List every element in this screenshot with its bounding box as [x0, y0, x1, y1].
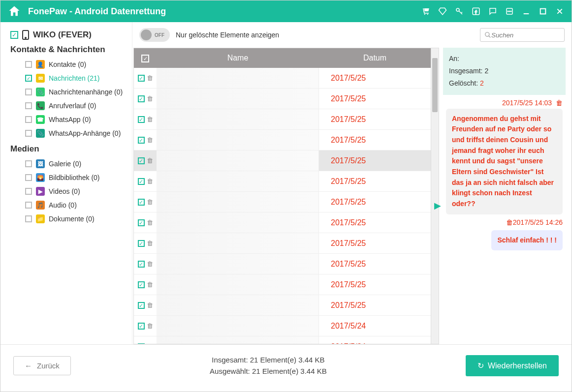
folder-icon: 📁 — [36, 214, 45, 223]
message-2-bubble[interactable]: Schlaf einfach ! ! ! — [491, 230, 563, 251]
section-contacts-messages: Kontakte & Nachrichten — [10, 45, 126, 55]
sidebar-item-documents[interactable]: 📁Dokumente (0) — [10, 212, 126, 226]
svg-point-0 — [424, 14, 425, 15]
collapse-handle-icon[interactable]: ▶ — [434, 200, 441, 211]
diamond-icon[interactable] — [438, 6, 447, 16]
row-checkbox[interactable]: ✓ — [138, 343, 145, 344]
scrollbar-thumb[interactable] — [432, 58, 438, 112]
table-row[interactable]: ✓🗑2017/5/24 — [134, 316, 431, 336]
table-row[interactable]: ✓🗑2017/5/25 — [134, 109, 431, 130]
sidebar-item-whatsapp[interactable]: ☎WhatsApp (0) — [10, 113, 126, 126]
table-row[interactable]: ✓🗑2017/5/25 — [134, 89, 431, 109]
toggle-knob — [141, 30, 152, 40]
row-checkbox[interactable]: ✓ — [138, 157, 145, 164]
device-row[interactable]: ✓ WIKO (FEVER) — [10, 30, 126, 40]
section-media: Medien — [10, 144, 126, 154]
row-checkbox[interactable]: ✓ — [138, 95, 145, 102]
search-input[interactable] — [491, 31, 572, 39]
table-row[interactable]: ✓🗑2017/5/25 — [134, 130, 431, 151]
restore-label: Wiederherstellen — [488, 362, 547, 370]
table-row[interactable]: ✓🗑2017/5/25 — [134, 295, 431, 316]
col-name[interactable]: Name — [157, 54, 319, 62]
sidebar-item-whatsapp-attachments[interactable]: 📎WhatsApp-Anhänge (0) — [10, 126, 126, 140]
facebook-icon[interactable] — [471, 6, 481, 16]
select-all-checkbox[interactable]: ✓ — [141, 55, 149, 62]
grid-body[interactable]: ✓🗑2017/5/25✓🗑2017/5/25✓🗑2017/5/25✓🗑2017/… — [134, 68, 431, 344]
row-name-cell — [157, 151, 319, 171]
svg-point-5 — [508, 11, 508, 12]
table-row[interactable]: ✓🗑2017/5/25 — [134, 171, 431, 192]
row-checkbox[interactable]: ✓ — [138, 116, 145, 123]
row-name-cell — [157, 212, 319, 233]
sidebar-item-picture-library[interactable]: 🌄Bildbibliothek (0) — [10, 171, 126, 184]
table-row[interactable]: ✓🗑2017/5/25 — [134, 192, 431, 212]
row-checkbox[interactable]: ✓ — [138, 302, 145, 309]
message-2-time: 2017/5/25 14:26 — [513, 218, 563, 226]
trash-icon: 🗑 — [147, 178, 153, 185]
search-icon — [484, 31, 491, 38]
scrollbar[interactable] — [431, 48, 439, 344]
row-date-cell: 2017/5/24 — [319, 322, 431, 331]
sidebar-item-call-log[interactable]: 📞Anrufverlauf (0) — [10, 99, 126, 113]
message-1-bubble[interactable]: Angenommen du gehst mit Freunden auf ne … — [446, 109, 563, 214]
feedback-icon[interactable] — [488, 6, 498, 16]
trash-icon: 🗑 — [147, 240, 153, 247]
row-checkbox[interactable]: ✓ — [138, 137, 145, 144]
row-checkbox[interactable]: ✓ — [138, 281, 145, 288]
row-checkbox[interactable]: ✓ — [138, 240, 145, 247]
message-2-meta: 🗑2017/5/25 14:26 — [446, 218, 563, 226]
row-checkbox[interactable]: ✓ — [138, 75, 145, 82]
whatsapp-attach-icon: 📎 — [36, 129, 45, 138]
maximize-icon[interactable] — [538, 6, 548, 16]
table-row[interactable]: ✓🗑2017/5/25 — [134, 274, 431, 295]
app-title: FonePaw - Android Datenrettung — [28, 6, 421, 17]
sidebar-item-videos[interactable]: ▶Videos (0) — [10, 184, 126, 198]
row-date-cell: 2017/5/25 — [319, 74, 431, 83]
key-icon[interactable] — [454, 6, 464, 16]
back-button[interactable]: ← Zurück — [13, 356, 71, 375]
sidebar-item-messages[interactable]: ✓✉Nachrichten (21) — [10, 71, 126, 85]
table-row[interactable]: ✓🗑2017/5/25 — [134, 254, 431, 274]
menu-icon[interactable] — [505, 6, 514, 16]
home-icon[interactable] — [7, 4, 21, 18]
sidebar-item-msg-attachments[interactable]: 📎Nachrichtenanhänge (0) — [10, 85, 126, 99]
trash-icon: 🗑 — [147, 281, 153, 288]
sidebar-label: Nachrichtenanhänge (0) — [49, 88, 123, 96]
sidebar-label: Nachrichten (21) — [49, 74, 100, 82]
deleted-only-toggle[interactable]: OFF — [139, 28, 170, 42]
trash-icon: 🗑 — [147, 95, 153, 102]
svg-point-7 — [510, 11, 511, 12]
table-row[interactable]: ✓🗑2017/5/25 — [134, 212, 431, 233]
trash-icon: 🗑 — [147, 302, 153, 309]
table-row[interactable]: ✓🗑2017/5/25 — [134, 233, 431, 254]
row-checkbox[interactable]: ✓ — [138, 219, 145, 226]
table-row[interactable]: ✓🗑2017/5/25 — [134, 151, 431, 171]
search-box[interactable] — [480, 28, 565, 42]
row-name-cell — [157, 171, 319, 191]
main-panel: OFF Nur gelöschte Elemente anzeigen ✓ Na… — [132, 22, 572, 344]
sidebar-item-audio[interactable]: 🎵Audio (0) — [10, 198, 126, 212]
row-checkbox[interactable]: ✓ — [138, 323, 145, 330]
back-label: Zurück — [37, 362, 60, 370]
row-name-cell — [157, 316, 319, 336]
close-icon[interactable] — [555, 6, 565, 16]
minimize-icon[interactable] — [521, 6, 531, 16]
cart-icon[interactable] — [421, 6, 431, 16]
row-name-cell — [157, 109, 319, 129]
sidebar-item-contacts[interactable]: 👤Kontakte (0) — [10, 58, 126, 71]
restore-button[interactable]: ↻ Wiederherstellen — [466, 355, 559, 376]
sidebar-label: Anrufverlauf (0) — [49, 102, 96, 110]
attachment-icon: 📎 — [36, 88, 45, 96]
toolbar: OFF Nur gelöschte Elemente anzeigen — [132, 22, 572, 48]
toggle-label: OFF — [155, 32, 164, 38]
col-date[interactable]: Datum — [319, 54, 431, 62]
sidebar-label: WhatsApp-Anhänge (0) — [49, 129, 121, 137]
detail-panel: ▶ An: Insgesamt: 2 Gelöscht: 2 2017/5/25… — [439, 48, 572, 344]
row-checkbox[interactable]: ✓ — [138, 199, 145, 206]
row-checkbox[interactable]: ✓ — [138, 178, 145, 185]
table-row[interactable]: ✓🗑2017/5/25 — [134, 68, 431, 89]
row-checkbox[interactable]: ✓ — [138, 261, 145, 268]
table-row[interactable]: ✓🗑2017/5/24 — [134, 336, 431, 344]
sidebar-item-gallery[interactable]: 🖼Galerie (0) — [10, 157, 126, 171]
device-checkbox[interactable]: ✓ — [10, 31, 18, 39]
